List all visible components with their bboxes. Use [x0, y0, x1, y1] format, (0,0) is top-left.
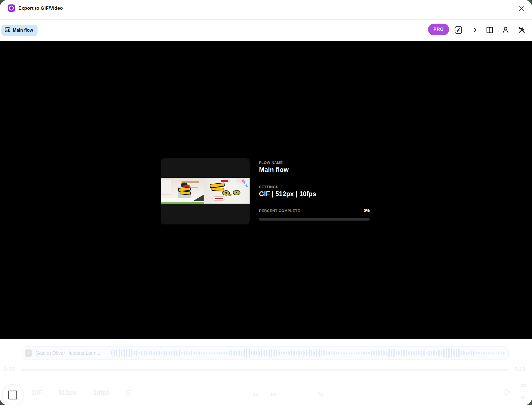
settings-value: GIF | 512px | 10fps [259, 190, 370, 198]
format-option[interactable]: GIF [31, 389, 42, 397]
collapse-window-icon[interactable] [454, 25, 463, 35]
preview-frame-cat [204, 178, 250, 204]
window-title: Export to GIF/Video [18, 6, 63, 11]
timeline-panel: ♪ (Audio) Oliver Heldens Lenn... 0:00 0:… [0, 339, 532, 405]
export-modal: Export to GIF/Video Main flow PRO [0, 0, 532, 405]
audio-waveform [111, 347, 506, 359]
title-bar: Export to GIF/Video [0, 0, 532, 20]
fast-forward-icon[interactable] [269, 390, 278, 399]
toolbar: Main flow PRO [0, 20, 532, 41]
audio-track-label: (Audio) Oliver Heldens Lenn... [35, 347, 100, 359]
percent-complete-label: PERCENT COMPLETE [259, 209, 300, 213]
pro-badge[interactable]: PRO [428, 24, 449, 35]
timeline-end-time: 0:19 [514, 366, 525, 372]
export-progress-bar [259, 218, 370, 221]
volume-icon[interactable] [519, 393, 528, 402]
chevron-right-icon[interactable] [471, 26, 478, 34]
percent-complete-value: 0% [364, 208, 370, 213]
flow-name-label: FLOW NAME [259, 161, 370, 165]
stop-export-button[interactable] [2, 384, 24, 405]
main-flow-button[interactable]: Main flow [1, 25, 38, 36]
audio-track[interactable]: ♪ (Audio) Oliver Heldens Lenn... [22, 346, 509, 360]
timeline-start-time: 0:00 [4, 366, 15, 372]
flow-name-value: Main flow [259, 166, 370, 174]
docs-book-icon[interactable] [485, 25, 494, 35]
play-button[interactable] [501, 386, 513, 398]
music-note-icon: ♪ [25, 349, 32, 357]
stop-icon [8, 391, 17, 399]
app-logo-icon [8, 4, 15, 12]
tools-icon[interactable] [517, 25, 526, 35]
storyboard-icon [5, 27, 10, 34]
close-icon[interactable] [517, 4, 526, 13]
preview-stage: FLOW NAME Main flow SETTINGS GIF | 512px… [0, 41, 532, 339]
export-preview-card [161, 158, 250, 224]
size-option[interactable]: 512px [58, 389, 76, 397]
settings-label: SETTINGS [259, 185, 370, 189]
timeline-scrubber[interactable] [21, 369, 509, 371]
fps-option[interactable]: 10fps [93, 389, 110, 397]
frames-grid-icon[interactable] [125, 389, 132, 396]
preview-frame-kitchen [161, 178, 204, 204]
loop-back-icon[interactable] [315, 390, 324, 399]
main-flow-label: Main flow [13, 28, 33, 33]
account-user-icon[interactable] [501, 26, 510, 34]
rewind-icon[interactable] [251, 390, 260, 399]
repeat-icon[interactable] [519, 381, 528, 390]
frame-strip [161, 178, 250, 204]
